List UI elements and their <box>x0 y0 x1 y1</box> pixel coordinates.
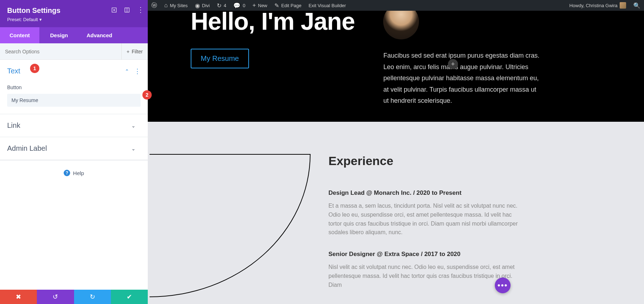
exit-vb-label: Exit Visual Builder <box>308 3 346 8</box>
panel-body: Text ⌃ ⋮ Button My Resume Link ⌄ Admin L… <box>0 60 148 290</box>
exit-visual-builder[interactable]: Exit Visual Builder <box>305 0 350 11</box>
howdy-label: Howdy, Christina Gwira <box>569 3 618 8</box>
section-admin-label-title: Admin Label <box>7 144 47 153</box>
experience-job: Senior Designer @ Extra Space / 2017 to … <box>328 251 608 289</box>
help-label: Help <box>73 170 84 176</box>
decorative-shape <box>150 154 311 297</box>
howdy-user[interactable]: Howdy, Christina Gwira <box>566 0 630 11</box>
panel-tabs: Content Design Advanced <box>0 27 148 43</box>
check-icon: ✔ <box>127 293 132 301</box>
refresh-icon: ↻ <box>217 2 221 9</box>
my-sites[interactable]: ⌂My Sites <box>161 0 191 11</box>
chevron-down-icon: ⌄ <box>131 123 136 129</box>
hero-title: Hello, I'm Jane <box>191 11 355 35</box>
button-text-input[interactable]: My Resume <box>7 94 141 107</box>
wordpress-icon: ⓦ <box>151 2 157 9</box>
tab-advanced[interactable]: Advanced <box>79 27 148 43</box>
job-description: Nisl velit ac sit volutpat nunc nec. Odi… <box>328 263 522 289</box>
updates-count: 4 <box>224 3 226 8</box>
section-text-title: Text <box>7 67 20 75</box>
my-resume-button[interactable]: My Resume <box>191 49 249 68</box>
section-admin-label[interactable]: Admin Label ⌄ <box>0 137 148 160</box>
job-title: Design Lead @ Monarch Inc. / 2020 to Pre… <box>328 189 608 197</box>
svg-point-1 <box>114 10 115 11</box>
chevron-down-icon: ⌄ <box>131 146 136 151</box>
hero-section: Hello, I'm Jane My Resume Faucibus sed s… <box>148 11 644 122</box>
preset-selector[interactable]: Preset: Default▾ <box>7 17 141 22</box>
hero-avatar <box>383 11 419 39</box>
tooltip-badge-2: 2 <box>142 90 152 100</box>
save-button[interactable]: ✔ <box>111 290 148 304</box>
wp-logo[interactable]: ⓦ <box>148 0 161 11</box>
section-link[interactable]: Link ⌄ <box>0 114 148 137</box>
undo-icon: ↺ <box>53 293 58 301</box>
plus-icon: + <box>253 2 256 9</box>
plus-icon: + <box>451 61 455 68</box>
plus-icon: + <box>127 49 130 54</box>
tab-content[interactable]: Content <box>0 27 39 43</box>
undo-button[interactable]: ↺ <box>37 290 74 304</box>
updates[interactable]: ↻4 <box>213 0 230 11</box>
edit-page-label: Edit Page <box>281 3 301 8</box>
tab-design[interactable]: Design <box>39 27 79 43</box>
comments-count: 0 <box>243 3 245 8</box>
section-text[interactable]: Text ⌃ ⋮ <box>0 60 148 82</box>
job-title: Senior Designer @ Extra Space / 2017 to … <box>328 251 608 258</box>
columns-icon[interactable] <box>124 7 130 13</box>
panel-footer: ✖ ↺ ↻ ✔ <box>0 290 148 304</box>
close-icon: ✖ <box>16 293 21 301</box>
help-icon: ? <box>64 170 70 176</box>
page-canvas: Hello, I'm Jane My Resume Faucibus sed s… <box>148 11 644 304</box>
divi-label: Divi <box>202 3 210 8</box>
panel-search-row: +Filter <box>0 43 148 60</box>
section-link-title: Link <box>7 121 20 130</box>
my-sites-label: My Sites <box>170 3 188 8</box>
wp-admin-bar: ⓦ ⌂My Sites ◉Divi ↻4 💬0 +New ✎Edit Page … <box>148 0 644 11</box>
home-icon: ⌂ <box>164 2 168 9</box>
settings-panel: Button Settings Preset: Default▾ ⋮ Conte… <box>0 0 148 304</box>
caret-down-icon: ▾ <box>39 17 42 22</box>
preset-label: Preset: Default <box>7 17 38 22</box>
job-description: Et a massa a, sem lacus, tincidunt porta… <box>328 202 522 237</box>
redo-icon: ↻ <box>90 293 95 301</box>
add-module-button[interactable]: + <box>448 59 458 69</box>
edit-page[interactable]: ✎Edit Page <box>271 0 305 11</box>
comments[interactable]: 💬0 <box>230 0 249 11</box>
expand-icon[interactable] <box>111 7 117 13</box>
chevron-up-icon: ⌃ <box>125 68 129 74</box>
button-field-label: Button <box>0 82 148 94</box>
cancel-button[interactable]: ✖ <box>0 290 37 304</box>
section-more-icon[interactable]: ⋮ <box>134 67 141 75</box>
experience-heading: Experience <box>328 154 608 168</box>
panel-header: Button Settings Preset: Default▾ ⋮ <box>0 0 148 27</box>
divi-menu[interactable]: ◉Divi <box>191 0 214 11</box>
user-avatar-icon <box>620 2 626 9</box>
tooltip-badge-1: 1 <box>30 64 39 73</box>
pencil-icon: ✎ <box>274 2 279 9</box>
search-options-input[interactable] <box>0 49 121 54</box>
more-horizontal-icon: ••• <box>497 281 508 290</box>
experience-section: Experience Design Lead @ Monarch Inc. / … <box>148 122 644 304</box>
help-button[interactable]: ? Help <box>0 160 148 185</box>
divi-fab-button[interactable]: ••• <box>495 278 511 293</box>
search-icon: 🔍 <box>633 2 640 9</box>
search-toggle[interactable]: 🔍 <box>630 0 644 11</box>
gauge-icon: ◉ <box>195 2 200 9</box>
experience-job: Design Lead @ Monarch Inc. / 2020 to Pre… <box>328 189 608 237</box>
hero-description: Faucibus sed sed erat ipsum purus egesta… <box>383 50 541 107</box>
comment-icon: 💬 <box>233 2 240 9</box>
filter-button[interactable]: +Filter <box>121 43 148 59</box>
filter-label: Filter <box>132 49 143 54</box>
redo-button[interactable]: ↻ <box>74 290 111 304</box>
new-content[interactable]: +New <box>249 0 271 11</box>
more-icon[interactable]: ⋮ <box>137 7 143 13</box>
new-label: New <box>258 3 267 8</box>
